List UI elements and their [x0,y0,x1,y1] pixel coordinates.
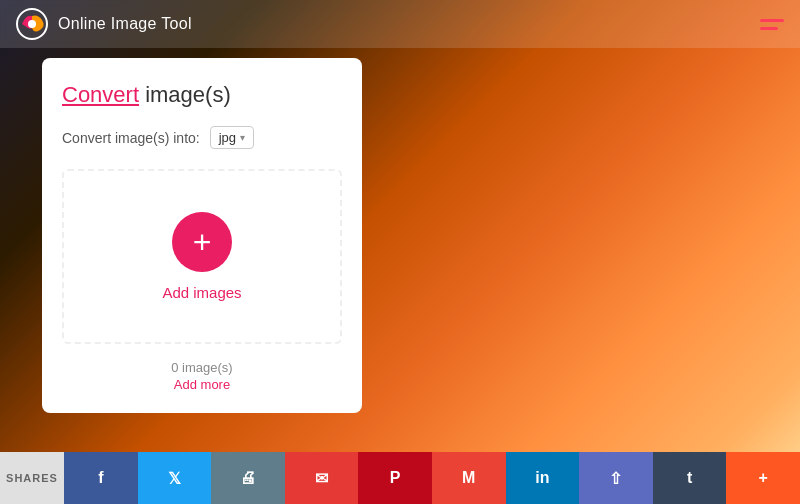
share-linkedin-button[interactable]: in [506,452,580,504]
share-twitter-button[interactable]: 𝕏 [138,452,212,504]
add-more-link[interactable]: Add more [174,377,230,392]
email-icon: ✉ [315,469,328,488]
logo-icon [16,8,48,40]
add-images-button[interactable]: + [172,212,232,272]
convert-label: Convert image(s) into: [62,130,200,146]
format-value: jpg [219,130,236,145]
share-tumblr-button[interactable]: t [653,452,727,504]
share-generic-button[interactable]: ⇧ [579,452,653,504]
convert-link[interactable]: Convert [62,82,139,107]
drop-area[interactable]: + Add images [62,169,342,344]
print-icon: 🖨 [240,469,256,487]
image-count: 0 image(s) [62,360,342,375]
more-icon: + [758,469,767,487]
svg-point-1 [28,20,36,28]
logo-area: Online Image Tool [16,8,192,40]
chevron-down-icon: ▾ [240,132,245,143]
share-gmail-button[interactable]: M [432,452,506,504]
share-email-button[interactable]: ✉ [285,452,359,504]
convert-row: Convert image(s) into: jpg ▾ [62,126,342,149]
format-select[interactable]: jpg ▾ [210,126,254,149]
linkedin-icon: in [535,469,549,487]
shares-bar: SHARES f 𝕏 🖨 ✉ P M in ⇧ t + [0,452,800,504]
site-title: Online Image Tool [58,15,192,33]
share-pinterest-button[interactable]: P [358,452,432,504]
menu-line-2 [760,27,778,30]
share-facebook-button[interactable]: f [64,452,138,504]
card-title: Convert image(s) [62,82,342,108]
plus-icon: + [193,226,212,258]
menu-line-1 [760,19,784,22]
main-card: Convert image(s) Convert image(s) into: … [42,58,362,413]
share-print-button[interactable]: 🖨 [211,452,285,504]
share-icon: ⇧ [609,469,622,488]
add-images-label: Add images [162,284,241,301]
menu-icon[interactable] [760,19,784,30]
header: Online Image Tool [0,0,800,48]
twitter-icon: 𝕏 [168,469,181,488]
shares-label: SHARES [0,452,64,504]
gmail-icon: M [462,469,475,487]
count-row: 0 image(s) Add more [62,356,342,393]
pinterest-icon: P [390,469,401,487]
facebook-icon: f [98,469,103,487]
tumblr-icon: t [687,469,692,487]
share-more-button[interactable]: + [726,452,800,504]
